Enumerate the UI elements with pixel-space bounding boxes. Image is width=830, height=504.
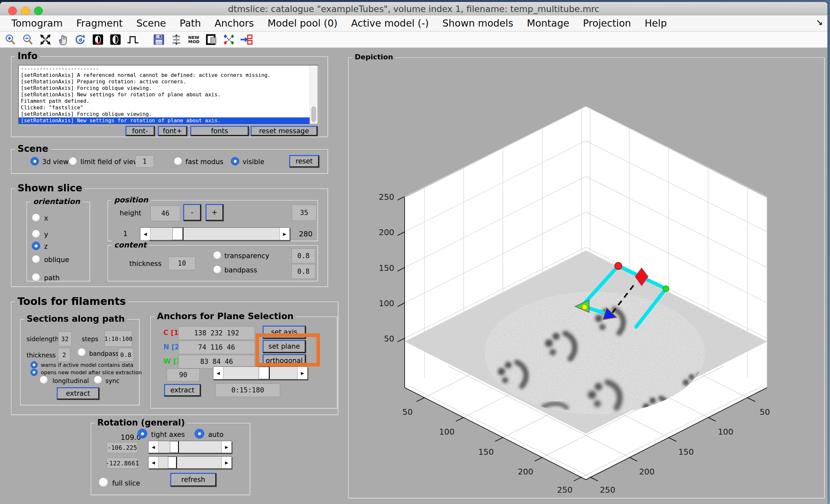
slider-right-arrow[interactable]: ▶ xyxy=(221,441,231,453)
menu-montage[interactable]: Montage xyxy=(520,18,576,29)
scene-limit-fov-field[interactable]: 1 xyxy=(135,155,154,168)
full-slice-radio[interactable] xyxy=(99,477,108,487)
pan-hand-icon[interactable] xyxy=(56,33,69,46)
log-line[interactable]: [setRotationAxis] Preparing rotation: ac… xyxy=(19,78,318,85)
transparency-field[interactable]: 0.8 xyxy=(291,248,316,263)
height-plus-button[interactable]: + xyxy=(205,204,223,221)
transparency-radio[interactable] xyxy=(213,251,221,259)
slider-track[interactable] xyxy=(159,441,221,453)
sections-extract-button[interactable]: extract xyxy=(57,387,99,400)
rotation-value1-field[interactable]: -106.225 xyxy=(107,442,138,453)
slider-right-arrow[interactable]: ▶ xyxy=(221,456,231,468)
log-line[interactable]: [setRotationAxis] New settings for rotat… xyxy=(19,91,318,98)
new-model-icon[interactable]: NEWMOD xyxy=(187,33,200,46)
menu-projection[interactable]: Projection xyxy=(576,18,638,29)
slider-left-arrow[interactable]: ◀ xyxy=(149,456,159,468)
log-line[interactable]: [setRotationAxis] Forcing oblique viewin… xyxy=(19,85,318,91)
content-bandpass-radio[interactable] xyxy=(213,265,221,274)
menu-fragment[interactable]: Fragment xyxy=(69,18,129,29)
reset-message-button[interactable]: reset message xyxy=(251,126,317,136)
sidelength-field[interactable]: 32 xyxy=(58,332,72,346)
bandpass-step-icon[interactable] xyxy=(126,33,139,46)
thickness-field[interactable]: 10 xyxy=(168,256,195,270)
content-bandpass-field[interactable]: 0.8 xyxy=(291,264,316,279)
log-line-selected[interactable]: [setRotationAxis] New settings for rotat… xyxy=(19,117,311,124)
anchor-points-icon[interactable] xyxy=(222,33,235,46)
rotation-value2-field[interactable]: -122.8661 xyxy=(107,458,138,469)
scene-limit-fov-radio[interactable] xyxy=(69,157,77,165)
height-minus-button[interactable]: - xyxy=(183,204,201,221)
auto-radio[interactable] xyxy=(195,429,204,439)
log-line[interactable]: [setRotationAxis] A referenced normal ca… xyxy=(19,72,318,78)
anchor-c-field[interactable]: 138 232 192 xyxy=(178,326,255,340)
fonts-button[interactable]: fonts xyxy=(190,126,249,136)
fit-view-icon[interactable] xyxy=(39,33,52,46)
orientation-path-radio[interactable] xyxy=(32,273,40,282)
slider-thumb[interactable] xyxy=(259,367,270,379)
contrast-full-icon[interactable]: full xyxy=(91,33,104,46)
slider-track[interactable] xyxy=(151,228,280,240)
log-line[interactable]: [setRotationAxis] Forcing oblique viewin… xyxy=(19,111,318,117)
position-aux-field[interactable]: 35 xyxy=(292,204,316,221)
slider-right-arrow[interactable]: ▶ xyxy=(280,228,290,240)
corner-green-circle-marker[interactable] xyxy=(663,286,669,291)
orientation-z-radio[interactable] xyxy=(32,242,40,250)
zoom-in-icon[interactable] xyxy=(4,33,17,46)
depiction-3d-view[interactable]: 250 200 150 100 50 50 100 150 200 250 xyxy=(349,58,823,497)
log-scrollbar-thumb[interactable] xyxy=(311,106,316,122)
menu-help[interactable]: Help xyxy=(638,18,673,29)
slider-left-arrow[interactable]: ◀ xyxy=(149,441,159,453)
menu-active-model[interactable]: Active model (-) xyxy=(344,18,436,29)
sections-bandpass-radio[interactable] xyxy=(77,348,86,356)
slider-thumb[interactable] xyxy=(172,228,184,240)
corner-red-circle-marker[interactable] xyxy=(615,262,622,270)
dock-figure-icon[interactable]: ↘ xyxy=(816,18,823,28)
tight-axes-radio[interactable] xyxy=(137,429,147,439)
slider-thumb[interactable] xyxy=(168,456,177,468)
log-line[interactable]: Filament path defined. xyxy=(19,98,318,104)
rotate-3d-icon[interactable]: d xyxy=(74,33,87,46)
rotation-slider-1[interactable]: ◀ ▶ xyxy=(148,441,232,453)
menu-shown-models[interactable]: Shown models xyxy=(436,18,520,29)
orientation-oblique-radio[interactable] xyxy=(32,255,40,263)
contrast-icon[interactable] xyxy=(109,33,122,46)
refresh-button[interactable]: refresh xyxy=(170,473,216,486)
sections-bandpass-field[interactable]: 0.8 xyxy=(118,348,134,361)
longitudinal-radio[interactable] xyxy=(39,376,48,384)
anchors-extract-button[interactable]: extract xyxy=(164,384,201,396)
anchor-angle-field[interactable]: 90 xyxy=(167,369,200,381)
slider-left-arrow[interactable]: ◀ xyxy=(140,228,151,240)
zoom-out-icon[interactable] xyxy=(22,33,34,46)
title-bar[interactable]: dtmslice: catalogue "exampleTubes", volu… xyxy=(0,2,827,15)
save-icon[interactable] xyxy=(152,33,165,46)
log-line[interactable]: ------------------------- xyxy=(19,65,318,72)
menu-model-pool[interactable]: Model pool (0) xyxy=(261,18,344,29)
slider-left-arrow[interactable]: ◀ xyxy=(213,367,223,379)
duplicate-view-icon[interactable] xyxy=(205,33,218,46)
font-plus-button[interactable]: font+ xyxy=(158,126,187,136)
export-slices-icon[interactable] xyxy=(240,33,253,46)
menu-path[interactable]: Path xyxy=(173,18,208,29)
log-line[interactable]: Clicked: "fastslice" xyxy=(19,104,318,111)
anchor-n-field[interactable]: 74 116 46 xyxy=(178,341,255,354)
opens-new-model-radio[interactable] xyxy=(30,369,38,376)
slider-thumb[interactable] xyxy=(170,441,179,453)
menu-tomogram[interactable]: Tomogram xyxy=(4,18,69,29)
anchor-range-field[interactable]: 0:15:180 xyxy=(215,383,280,397)
position-slider[interactable]: ◀ ▶ xyxy=(140,227,290,240)
corner-yellow-circle-marker[interactable] xyxy=(582,305,587,310)
sync-radio[interactable] xyxy=(94,376,102,384)
menu-scene[interactable]: Scene xyxy=(129,18,172,29)
scene-fast-modus-radio[interactable] xyxy=(174,157,182,165)
orientation-y-radio[interactable] xyxy=(32,230,40,238)
menu-anchors[interactable]: Anchors xyxy=(208,18,261,29)
sections-thickness-field[interactable]: 2 xyxy=(58,348,70,361)
scene-3d-view-radio[interactable] xyxy=(30,157,39,165)
slider-right-arrow[interactable]: ▶ xyxy=(297,367,307,379)
orientation-x-radio[interactable] xyxy=(32,213,40,222)
steps-field[interactable]: 1:10:100 xyxy=(104,330,132,347)
height-field[interactable]: 46 xyxy=(151,206,180,221)
stack-slices-icon[interactable] xyxy=(170,33,183,46)
slider-track[interactable] xyxy=(159,456,221,468)
scene-reset-button[interactable]: reset xyxy=(289,155,319,167)
